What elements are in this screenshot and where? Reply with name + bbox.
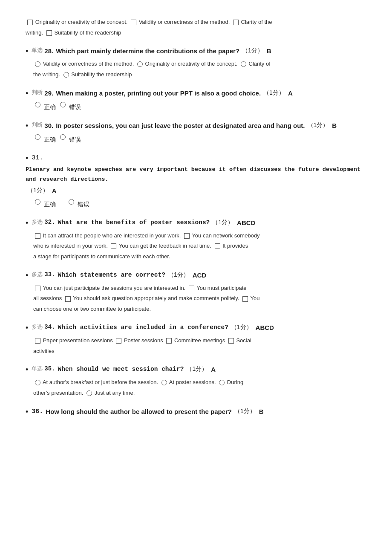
q31-answer: A [52,185,57,197]
q32-score: （1分） [212,217,233,228]
question-28: • 单选 28. Which part mainly determine the… [26,46,366,80]
top-options-block: Originality or creativity of the concept… [26,17,366,38]
question-34: • 多选 34. Which activities are included i… [26,322,366,356]
q32-cb-2[interactable] [184,233,190,239]
q32-opt-4b: a stage for participants to communicate … [33,253,170,260]
q29-radio-2[interactable] [60,102,66,107]
q29-radio-1[interactable] [35,102,40,107]
question-32: • 多选 32. What are the benefits of poster… [26,217,366,262]
q28-num: 28. [44,46,53,57]
q31-radio-2[interactable] [69,199,74,205]
q33-header: • 多选 33. Which statements are correct? （… [26,270,366,281]
q31-radio-1[interactable] [35,199,40,205]
q30-text: In poster sessions, you can just leave t… [56,120,305,131]
q34-cb-3[interactable] [166,338,172,344]
q31-opt-1: 正确 [44,199,56,210]
top-checkbox-3[interactable] [233,20,239,25]
q30-header: • 判断 30. In poster sessions, you can jus… [26,120,366,132]
q31-bullet: • [26,153,28,164]
q35-score: （1分） [186,364,208,374]
q33-cb-1[interactable] [35,286,40,291]
q29-options: 正确 错误 [33,102,366,113]
q33-text: Which statements are correct? [58,270,165,280]
top-checkbox-1[interactable] [27,20,33,25]
top-option-5: Suitability of the readership [54,29,121,36]
q34-score: （1分） [231,322,252,332]
top-checkbox-4[interactable] [46,30,52,36]
q31-num: 31. [32,153,43,164]
q35-opt-3b: other's presentation. [33,390,83,396]
q34-bullet: • [26,322,28,334]
q35-opt-3: During [227,379,243,385]
q34-cb-2[interactable] [116,338,121,344]
q28-opt-3b: the writing. [33,71,60,78]
q31-header: • 31. Plenary and keynote speeches are v… [26,153,366,196]
q36-header: • 36. How long should the author be allo… [26,406,366,418]
q30-radio-1[interactable] [35,134,40,140]
q28-radio-3[interactable] [241,61,246,67]
q32-opt-2: You can network somebody [192,232,259,239]
q28-radio-2[interactable] [137,61,143,67]
q30-bullet: • [26,120,28,132]
q28-opt-3: Clarity of [249,61,271,67]
q34-answer: ABCD [256,322,274,333]
q33-cb-4[interactable] [242,296,248,302]
question-31: • 31. Plenary and keynote speeches are v… [26,153,366,210]
q35-radio-3[interactable] [219,380,225,385]
q33-cb-3[interactable] [65,296,71,302]
q32-opt-2b: who is interested in your work. [33,243,108,249]
q35-num: 35. [44,364,55,374]
q33-opt-1: You can just participate the sessions yo… [43,285,185,291]
q33-opt-2b: all sessions [33,295,62,301]
q30-opt-2: 错误 [69,134,81,145]
q32-answer: ABCD [237,217,255,228]
question-30: • 判断 30. In poster sessions, you can jus… [26,120,366,145]
q34-header: • 多选 34. Which activities are included i… [26,322,366,334]
question-36: • 36. How long should the author be allo… [26,406,366,418]
q34-cb-1[interactable] [35,338,40,344]
q28-radio-4[interactable] [63,72,69,78]
q29-opt-1: 正确 [44,102,56,113]
q28-options: Validity or correctness of the method. O… [33,59,366,80]
q32-header: • 多选 32. What are the benefits of poster… [26,217,366,229]
q28-radio-1[interactable] [35,61,40,67]
q35-header: • 单选 35. When should we meet session cha… [26,364,366,376]
q35-radio-2[interactable] [161,380,167,385]
q32-opt-3: You can get the feedback in real time. [119,243,211,249]
q34-type: 多选 [32,322,43,332]
q35-opt-4: Just at any time. [95,390,135,396]
q31-options: 正确 错误 [33,199,366,210]
q32-cb-1[interactable] [35,233,40,239]
q30-radio-2[interactable] [60,134,66,140]
top-option-1: Originality or creativity of the concept… [35,19,128,25]
q35-radio-1[interactable] [35,380,40,385]
top-checkbox-2[interactable] [131,20,136,25]
q32-cb-4[interactable] [215,243,220,249]
q30-opt-1: 正确 [44,134,56,145]
q36-answer: B [259,406,264,417]
q36-score: （1分） [234,406,256,416]
q33-cb-2[interactable] [189,286,194,291]
q29-bullet: • [26,88,28,99]
q36-text: How long should the author be allowed to… [46,406,232,417]
q32-cb-3[interactable] [111,243,116,249]
q35-answer: A [211,364,216,375]
top-option-2: Validity or correctness of the method. [139,19,230,25]
q32-bullet: • [26,217,28,229]
q34-cb-4[interactable] [228,338,234,344]
q29-opt-2: 错误 [69,102,81,113]
q29-text: When making a poster, printing out your … [56,88,261,99]
q29-header: • 判断 29. When making a poster, printing … [26,88,366,99]
q29-score: （1分） [263,88,285,98]
question-33: • 多选 33. Which statements are correct? （… [26,270,366,315]
q35-opt-2: At poster sessions. [169,379,216,385]
q29-num: 29. [44,88,53,99]
q34-opt-3: Committee meetings [174,337,225,344]
q34-num: 34. [44,322,55,332]
q28-opt-4: Suitability the readership [71,71,132,78]
q36-num: 36. [32,406,43,417]
q33-opt-4b: can choose one or two committee to parti… [33,306,151,312]
q35-opt-1: At author's breakfast or just before the… [43,379,158,385]
q35-radio-4[interactable] [86,390,92,396]
q35-text: When should we meet session chair? [58,364,184,375]
